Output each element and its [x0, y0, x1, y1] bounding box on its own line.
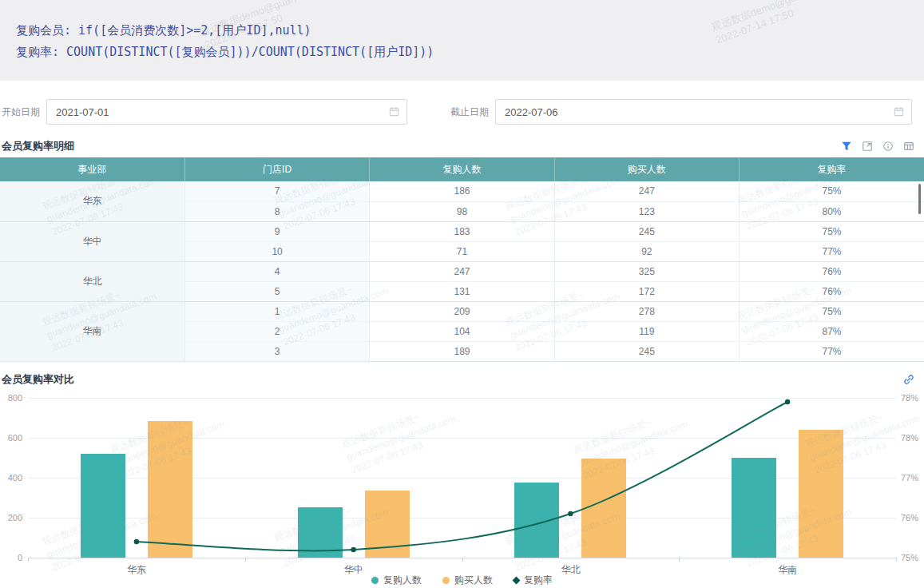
repurchase-compare-chart: 075%20076%40077%60078%80078%华东华中华北华南 [0, 388, 924, 572]
repurchase-rate-cell: 75% [740, 181, 924, 201]
table-title: 会员复购率明细 [2, 139, 74, 153]
purchase-count-cell: 247 [554, 181, 739, 201]
legend-diamond-marker [513, 576, 521, 584]
legend-label: 复购率 [524, 574, 553, 587]
calendar-icon[interactable] [893, 105, 905, 121]
col-purchase-count: 购买人数 [554, 157, 739, 181]
store-id-cell: 1 [184, 301, 369, 321]
line-point[interactable] [351, 547, 355, 552]
legend-dot-marker [371, 577, 379, 584]
repurchase-rate-cell: 75% [740, 301, 924, 321]
repurchase-count-cell: 183 [370, 221, 554, 241]
repurchase-count-cell: 189 [370, 341, 554, 361]
purchase-count-cell: 92 [554, 241, 739, 261]
calendar-icon[interactable] [388, 105, 400, 121]
legend-dot-marker [442, 577, 450, 584]
purchase-count-cell: 245 [554, 221, 739, 241]
legend-item-2[interactable]: 复购率 [514, 574, 553, 587]
table-row: 华南120927875% [0, 301, 924, 321]
repurchase-count-cell: 209 [370, 301, 554, 321]
repurchase-rate-line [0, 388, 924, 574]
repurchase-rate-cell: 76% [740, 281, 924, 301]
legend-label: 购买人数 [454, 574, 493, 587]
table-row: 华中918324575% [0, 221, 924, 241]
store-id-cell: 9 [184, 221, 369, 241]
chart-card-header: 会员复购率对比 [0, 371, 924, 389]
purchase-count-cell: 245 [554, 341, 739, 361]
repurchase-rate-cell: 76% [740, 261, 924, 281]
end-date-label: 截止日期 [450, 105, 489, 119]
table-toolbar [841, 141, 914, 152]
link-icon[interactable] [903, 374, 914, 385]
repurchase-count-cell: 247 [370, 261, 554, 281]
start-date-label: 开始日期 [2, 105, 40, 119]
purchase-count-cell: 172 [554, 281, 739, 301]
purchase-count-cell: 325 [554, 261, 739, 281]
start-date-picker [46, 99, 407, 125]
business-unit-cell: 华中 [0, 221, 184, 261]
end-date-picker [495, 99, 912, 125]
repurchase-rate-cell: 77% [740, 241, 924, 261]
store-id-cell: 3 [184, 341, 369, 361]
table-row: 华北424732576% [0, 261, 924, 281]
expand-icon[interactable] [862, 141, 873, 152]
repurchase-count-cell: 98 [370, 201, 554, 221]
formula-line-repurchase-rate: 复购率: COUNT(DISTINCT([复购会员]))/COUNT(DISTI… [16, 42, 924, 63]
repurchase-rate-cell: 87% [740, 321, 924, 341]
repurchase-count-cell: 186 [370, 181, 554, 201]
repurchase-rate-cell: 75% [740, 221, 924, 241]
legend-label: 复购人数 [383, 574, 422, 587]
table-header-row: 事业部 门店ID 复购人数 购买人数 复购率 [0, 157, 924, 181]
info-icon[interactable] [882, 141, 894, 152]
store-id-cell: 5 [184, 281, 369, 301]
start-date-input[interactable] [46, 99, 407, 125]
store-id-cell: 8 [184, 201, 369, 221]
repurchase-count-cell: 71 [370, 241, 554, 261]
table-card-header: 会员复购率明细 [0, 137, 924, 155]
legend-item-1[interactable]: 购买人数 [442, 574, 493, 587]
business-unit-cell: 华东 [0, 181, 184, 221]
col-repurchase-rate: 复购率 [740, 157, 924, 181]
repurchase-count-cell: 131 [370, 281, 554, 301]
business-unit-cell: 华北 [0, 261, 184, 301]
col-repurchase-count: 复购人数 [370, 157, 554, 181]
store-id-cell: 10 [184, 241, 369, 261]
table-row: 华东718624775% [0, 181, 924, 201]
formula-line-repurchase-member: 复购会员: if([会员消费次数]>=2,[用户ID],null) [16, 20, 924, 42]
line-point[interactable] [568, 511, 573, 516]
formula-banner: 复购会员: if([会员消费次数]>=2,[用户ID],null) 复购率: C… [0, 0, 924, 81]
col-store-id: 门店ID [184, 157, 369, 181]
repurchase-rate-cell: 80% [740, 201, 924, 221]
business-unit-cell: 华南 [0, 301, 184, 361]
end-date-input[interactable] [495, 99, 912, 125]
chart-title: 会员复购率对比 [2, 372, 74, 387]
purchase-count-cell: 123 [554, 201, 739, 221]
purchase-count-cell: 119 [554, 321, 739, 341]
col-business-unit: 事业部 [0, 157, 184, 181]
store-id-cell: 4 [184, 261, 369, 281]
line-point[interactable] [134, 539, 139, 544]
table-export-icon[interactable] [903, 141, 914, 152]
purchase-count-cell: 278 [554, 301, 739, 321]
repurchase-rate-cell: 77% [740, 341, 924, 361]
repurchase-detail-table: 事业部 门店ID 复购人数 购买人数 复购率 华东718624775%89812… [0, 157, 924, 362]
dashboard-page: 复购会员: if([会员消费次数]>=2,[用户ID],null) 复购率: C… [0, 0, 924, 588]
line-point[interactable] [785, 399, 790, 404]
legend-item-0[interactable]: 复购人数 [371, 574, 422, 587]
filter-row: 开始日期 截止日期 [0, 99, 924, 125]
table-scrollbar-thumb[interactable] [918, 184, 921, 214]
repurchase-count-cell: 104 [370, 321, 554, 341]
filter-icon[interactable] [841, 141, 852, 152]
store-id-cell: 2 [184, 321, 369, 341]
store-id-cell: 7 [184, 181, 369, 201]
